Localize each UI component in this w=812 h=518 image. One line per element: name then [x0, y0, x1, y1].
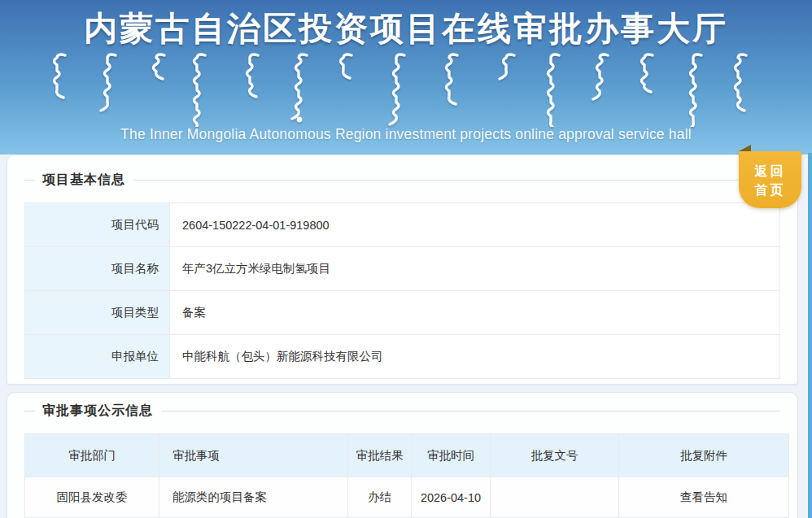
basic-info-section-header: 项目基本信息 [24, 172, 780, 189]
field-label-declaring-unit: 申报单位 [25, 335, 170, 379]
col-header-department: 审批部门 [25, 434, 159, 477]
approval-table-header-row: 审批部门 审批事项 审批结果 审批时间 批复文号 批复附件 [25, 434, 789, 477]
approval-info-title: 审批事项公示信息 [42, 403, 153, 420]
col-header-doc-no: 批复文号 [491, 434, 619, 477]
back-home-label: 返回 首页 [739, 151, 801, 199]
field-value-declaring-unit: 中能科航（包头）新能源科技有限公司 [170, 335, 780, 379]
approval-info-panel: 审批事项公示信息 审批部门 审批事项 审批结果 审批时间 批复文号 批复附件 固… [7, 392, 798, 518]
site-header: 内蒙古自治区投资项目在线审批办事大厅 The Inner Mongolia Au… [0, 0, 812, 155]
approval-info-section-header: 审批事项公示信息 [24, 403, 780, 420]
page-subtitle-english: The Inner Mongolia Autonomous Region inv… [0, 126, 812, 143]
main-content: 项目基本信息 项目代码 2604-150222-04-01-919800 项目名… [7, 155, 798, 518]
back-home-button[interactable]: 返回 首页 [739, 151, 801, 208]
cell-doc-no [491, 477, 619, 518]
table-row: 申报单位 中能科航（包头）新能源科技有限公司 [25, 335, 780, 379]
cell-attachment: 查看告知 [619, 477, 789, 518]
field-label-project-name: 项目名称 [25, 247, 170, 291]
right-edge-strip [808, 153, 812, 518]
col-header-time: 审批时间 [412, 434, 491, 477]
cell-item: 能源类的项目备案 [159, 477, 348, 518]
view-notice-link[interactable]: 查看告知 [680, 490, 727, 503]
ribbon-fold-icon [739, 145, 751, 151]
basic-info-panel: 项目基本信息 项目代码 2604-150222-04-01-919800 项目名… [7, 155, 798, 385]
col-header-result: 审批结果 [348, 434, 412, 477]
col-header-item: 审批事项 [159, 434, 348, 477]
page-title: 内蒙古自治区投资项目在线审批办事大厅 [0, 0, 812, 51]
field-label-project-code: 项目代码 [25, 203, 170, 247]
field-label-project-type: 项目类型 [25, 291, 170, 335]
cell-department: 固阳县发改委 [25, 477, 159, 518]
table-row: 项目类型 备案 [25, 291, 780, 335]
table-row: 项目代码 2604-150222-04-01-919800 [25, 203, 780, 247]
col-header-attachment: 批复附件 [619, 434, 789, 477]
field-value-project-code: 2604-150222-04-01-919800 [170, 203, 780, 247]
table-row: 项目名称 年产3亿立方米绿电制氢项目 [25, 247, 780, 291]
mongolian-script-decoration [0, 52, 812, 127]
basic-info-table: 项目代码 2604-150222-04-01-919800 项目名称 年产3亿立… [24, 202, 780, 379]
field-value-project-name: 年产3亿立方米绿电制氢项目 [170, 247, 780, 291]
approval-table-row: 固阳县发改委 能源类的项目备案 办结 2026-04-10 查看告知 [25, 477, 789, 518]
basic-info-title: 项目基本信息 [42, 172, 125, 189]
cell-time: 2026-04-10 [412, 477, 491, 518]
approval-table: 审批部门 审批事项 审批结果 审批时间 批复文号 批复附件 固阳县发改委 能源类… [24, 433, 789, 518]
field-value-project-type: 备案 [170, 291, 780, 335]
cell-result: 办结 [348, 477, 412, 518]
